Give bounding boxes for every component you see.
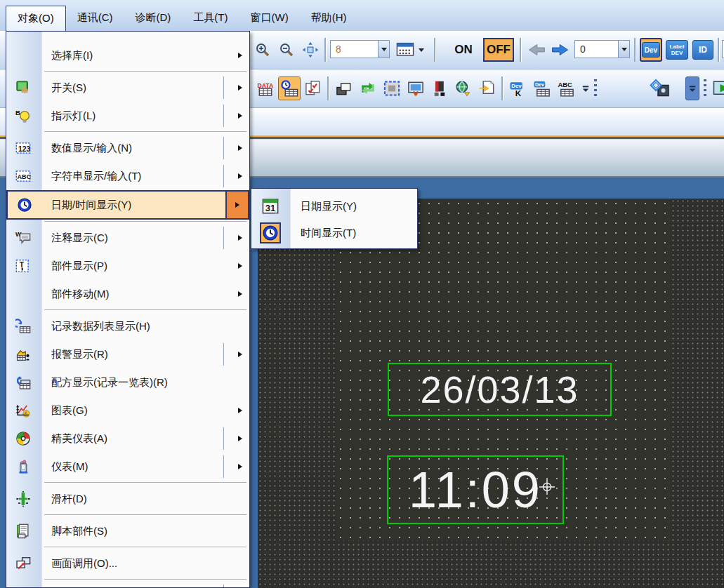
menu-item[interactable]: 日期/时间显示(Y): [6, 190, 249, 220]
dev-badge: Dev: [642, 42, 660, 58]
submenu-item[interactable]: 31日期显示(Y): [251, 193, 417, 220]
data-table-button[interactable]: DATA: [254, 76, 277, 100]
zoom-level-value[interactable]: 8: [330, 40, 378, 58]
menu-item[interactable]: 滑杆(D): [6, 485, 249, 513]
menu-item[interactable]: T部件显示(P): [6, 252, 249, 280]
submenu-arrow-box[interactable]: [225, 192, 248, 218]
state-off-button[interactable]: OFF: [483, 38, 514, 62]
abc-table-button[interactable]: ABC: [555, 76, 577, 100]
svg-text:31: 31: [265, 203, 275, 213]
menu-item-label: 精美仪表(A): [51, 432, 107, 446]
label-device-view-toggle[interactable]: LabelDEV: [665, 38, 689, 62]
device-view-toggle[interactable]: Dev: [640, 38, 662, 62]
menu-item[interactable]: W注释显示(C): [6, 224, 249, 252]
copy-check-button[interactable]: [302, 76, 324, 100]
menu-item-label: 指示灯(L): [51, 109, 96, 123]
crosshair-cursor: [537, 477, 557, 497]
globe-export-icon: [454, 80, 473, 97]
dev-find-button[interactable]: DevK: [507, 76, 529, 100]
menu-item[interactable]: B指示灯(L): [6, 102, 249, 130]
menubar: 对象(O)通讯(C)诊断(D)工具(T)窗口(W)帮助(H): [0, 6, 724, 31]
menubar-item[interactable]: 诊断(D): [124, 6, 183, 31]
menubar-item[interactable]: 对象(O): [6, 6, 66, 31]
green-screen-icon: [713, 79, 724, 98]
menu-item[interactable]: 仪表(M): [6, 453, 249, 481]
copy-check-icon: [304, 80, 322, 97]
calendar31-icon: 31: [260, 196, 281, 217]
zoom-in-button[interactable]: [251, 38, 274, 62]
menubar-item[interactable]: 工具(T): [182, 6, 239, 31]
library-badge-button[interactable]: [646, 76, 674, 100]
menu-item[interactable]: 开关(S): [6, 74, 249, 102]
menu-item[interactable]: 精美仪表(A): [6, 425, 249, 453]
menu-item[interactable]: 画面调用(O)...: [6, 549, 249, 577]
green-screen-button[interactable]: [709, 76, 724, 100]
state-on-button[interactable]: ON: [447, 38, 480, 62]
menu-item[interactable]: ABC字符串显示/输入(T): [6, 162, 249, 190]
svg-text:B: B: [15, 109, 20, 116]
screen-tools-button[interactable]: [404, 76, 427, 100]
dashed-frame-icon: [383, 80, 401, 97]
menu-item[interactable]: 配方显示(记录一览表)(R): [6, 368, 249, 396]
back-button[interactable]: [525, 38, 548, 62]
state-number-dropdown-button[interactable]: [618, 40, 630, 58]
menu-item[interactable]: 选择库(I): [6, 41, 249, 69]
menu-item[interactable]: 123数值显示/输入(N): [6, 134, 249, 162]
submenu-arrow-icon: [238, 352, 242, 357]
submenu-item-label: 时间显示(T): [301, 227, 356, 240]
caret-down-icon: [419, 48, 424, 52]
menu-item[interactable]: 记录数据列表显示(H): [6, 312, 249, 340]
menu-item[interactable]: 部件移动(M): [6, 280, 249, 308]
import-pages-button[interactable]: [476, 76, 499, 100]
arrow-left-icon: [527, 43, 546, 57]
menu-item-label: 数值显示/输入(N): [51, 142, 132, 155]
zoom-level-combobox[interactable]: 8: [330, 40, 390, 58]
grid-settings-dropdown[interactable]: [416, 38, 427, 62]
menu-item[interactable]: 脚本部件(S): [6, 517, 249, 545]
menu-item-divider: [223, 427, 224, 450]
bring-front-button[interactable]: [333, 76, 355, 100]
menu-item[interactable]: 报警显示(R): [6, 340, 249, 368]
date-display-object[interactable]: 26/03/13: [388, 363, 612, 416]
block-colors-button[interactable]: [428, 76, 451, 100]
submenu-arrow-icon: [238, 113, 242, 119]
chevron-more-button[interactable]: [685, 76, 699, 100]
id-view-toggle[interactable]: ID: [692, 38, 714, 62]
menu-item-label: 部件显示(P): [51, 260, 107, 273]
object-menu-list: 选择库(I)开关(S)B指示灯(L)123数值显示/输入(N)ABC字符串显示/…: [6, 32, 249, 588]
globe-export-button[interactable]: [452, 76, 475, 100]
menubar-item[interactable]: 帮助(H): [300, 6, 358, 31]
menubar-item[interactable]: 窗口(W): [239, 6, 299, 31]
menu-item-label: 报警显示(R): [51, 348, 108, 361]
svg-text:T: T: [20, 261, 25, 269]
dev-table-button[interactable]: Dev: [531, 76, 553, 100]
strABC-icon: ABC: [15, 168, 31, 184]
menu-item[interactable]: 窗口位置(W): [6, 582, 249, 588]
submenu-item[interactable]: 时间显示(T): [251, 220, 417, 246]
zoom-out-button[interactable]: [275, 38, 298, 62]
recipe-icon: [15, 375, 31, 390]
toolbar-drag-handle[interactable]: [594, 79, 597, 98]
swap-arrows-button[interactable]: [357, 76, 379, 100]
chevron-more-icon: [581, 81, 590, 95]
zoom-level-dropdown-button[interactable]: [378, 40, 390, 58]
menu-item-divider: [223, 105, 224, 127]
screen-editor-canvas[interactable]: 26/03/13 11:09: [258, 199, 724, 588]
chevron-more-button[interactable]: [579, 76, 593, 100]
menu-item[interactable]: 图表(G): [6, 396, 249, 425]
meter-icon: [15, 459, 31, 474]
abc-table-icon: ABC: [557, 80, 575, 97]
menubar-item[interactable]: 通讯(C): [66, 6, 124, 31]
forward-button[interactable]: [549, 38, 572, 62]
record-list-icon: [15, 319, 31, 334]
submenu-item-label: 日期显示(Y): [301, 200, 357, 213]
time-table-button[interactable]: [278, 76, 301, 100]
dev-find-icon: DevK: [509, 80, 527, 97]
fit-view-icon: [302, 41, 319, 58]
toolbar-drag-handle[interactable]: [704, 79, 706, 98]
fit-screen-button[interactable]: [299, 38, 322, 62]
state-number-combobox[interactable]: 0: [574, 40, 630, 58]
grid-settings-button[interactable]: [395, 38, 416, 62]
state-number-value[interactable]: 0: [574, 40, 618, 58]
dashed-frame-button[interactable]: [381, 76, 403, 100]
